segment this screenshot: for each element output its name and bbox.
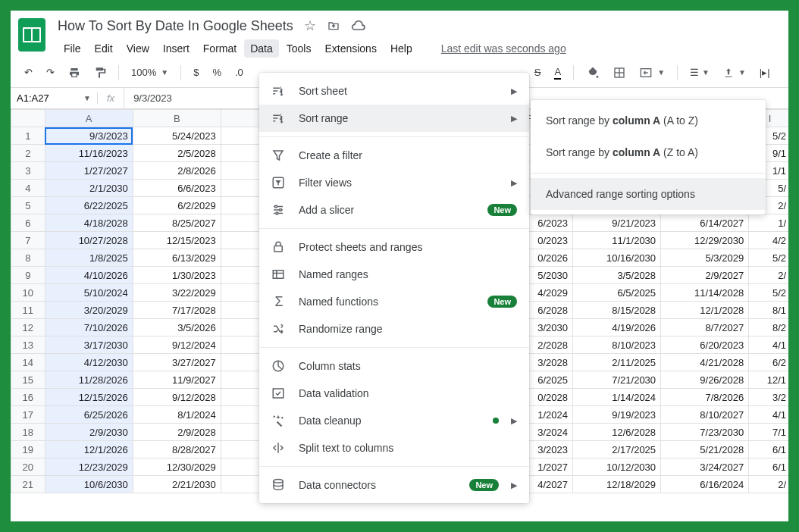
cell[interactable]: 4/1 bbox=[749, 406, 788, 424]
cell[interactable]: 7/10/2026 bbox=[45, 319, 133, 336]
cell[interactable]: 2/1/2030 bbox=[45, 180, 133, 197]
fill-color-button[interactable] bbox=[581, 63, 604, 83]
cell[interactable]: 9/21/2023 bbox=[573, 214, 661, 232]
menu-format[interactable]: Format bbox=[197, 39, 243, 58]
cell[interactable]: 3/2 bbox=[749, 389, 788, 406]
zoom-select[interactable]: 100% ▼ bbox=[127, 64, 173, 81]
cell[interactable]: 5/3/2029 bbox=[661, 249, 749, 267]
cell[interactable]: 12/15/2023 bbox=[133, 232, 221, 249]
cell[interactable]: 2/5/2028 bbox=[133, 145, 221, 162]
cell[interactable]: 12/1/2028 bbox=[661, 302, 749, 319]
merge-button[interactable]: ▼ bbox=[634, 64, 669, 82]
print-button[interactable] bbox=[64, 64, 85, 82]
wrap-button[interactable]: |▸| bbox=[755, 64, 775, 81]
cell[interactable]: 11/1/2030 bbox=[573, 232, 661, 249]
advanced-sort-options[interactable]: Advanced range sorting options bbox=[531, 178, 766, 210]
row-header[interactable]: 21 bbox=[11, 476, 45, 493]
cell[interactable]: 8/2 bbox=[749, 319, 788, 336]
row-header[interactable]: 15 bbox=[11, 371, 45, 389]
cell[interactable]: 8/10/2027 bbox=[661, 406, 749, 424]
cell[interactable]: 9/12/2028 bbox=[133, 389, 221, 406]
menu-item-filter-views[interactable]: Filter views▶ bbox=[259, 169, 529, 196]
cell[interactable]: 3/22/2029 bbox=[133, 284, 221, 302]
col-header-a[interactable]: A bbox=[45, 110, 133, 127]
menu-item-data-validation[interactable]: Data validation bbox=[259, 380, 529, 407]
align-button[interactable]: ☰ ▼ bbox=[685, 64, 714, 81]
paint-format-button[interactable] bbox=[89, 64, 111, 82]
cell[interactable]: 1/8/2025 bbox=[45, 249, 133, 267]
cell[interactable]: 8/1 bbox=[749, 302, 788, 319]
menu-help[interactable]: Help bbox=[384, 39, 418, 58]
cell[interactable]: 3/5/2026 bbox=[133, 319, 221, 336]
name-box[interactable]: A1:A27▼ bbox=[11, 92, 98, 104]
cell[interactable]: 2/9/2027 bbox=[661, 267, 749, 284]
row-header[interactable]: 8 bbox=[11, 249, 45, 267]
menu-item-named-functions[interactable]: ΣNamed functionsNew bbox=[259, 288, 529, 315]
cell[interactable]: 8/7/2027 bbox=[661, 319, 749, 336]
cell[interactable]: 5/24/2023 bbox=[133, 127, 221, 145]
cell[interactable]: 6/6/2023 bbox=[133, 180, 221, 197]
cell[interactable]: 9/3/2023 bbox=[45, 127, 133, 145]
cell[interactable]: 1/30/2023 bbox=[133, 267, 221, 284]
menu-extensions[interactable]: Extensions bbox=[318, 39, 382, 58]
cell[interactable]: 9/26/2028 bbox=[661, 371, 749, 389]
menu-view[interactable]: View bbox=[121, 39, 155, 58]
decrease-decimal-button[interactable]: .0 bbox=[230, 64, 248, 81]
row-header[interactable]: 18 bbox=[11, 424, 45, 441]
row-header[interactable]: 7 bbox=[11, 232, 45, 249]
cell[interactable]: 7/21/2030 bbox=[573, 371, 661, 389]
cell[interactable]: 8/25/2027 bbox=[133, 214, 221, 232]
cell[interactable]: 6/20/2023 bbox=[661, 336, 749, 354]
cell[interactable]: 8/28/2027 bbox=[133, 441, 221, 458]
undo-button[interactable]: ↶ bbox=[20, 64, 37, 81]
percent-button[interactable]: % bbox=[208, 64, 226, 81]
cell[interactable]: 6/25/2026 bbox=[45, 406, 133, 424]
cell[interactable]: 4/21/2028 bbox=[661, 354, 749, 371]
menu-item-sort-range[interactable]: Sort range▶ bbox=[259, 105, 529, 132]
cloud-icon[interactable] bbox=[351, 20, 366, 31]
cell[interactable]: 12/1 bbox=[749, 371, 788, 389]
cell[interactable]: 9/19/2023 bbox=[573, 406, 661, 424]
cell[interactable]: 4/19/2026 bbox=[573, 319, 661, 336]
cell[interactable]: 4/18/2028 bbox=[45, 214, 133, 232]
cell[interactable]: 6/13/2029 bbox=[133, 249, 221, 267]
menu-data[interactable]: Data bbox=[244, 39, 279, 58]
cell[interactable]: 10/16/2030 bbox=[573, 249, 661, 267]
cell[interactable]: 1/ bbox=[749, 214, 788, 232]
cell[interactable]: 11/9/2027 bbox=[133, 371, 221, 389]
cell[interactable]: 4/12/2030 bbox=[45, 354, 133, 371]
menu-edit[interactable]: Edit bbox=[89, 39, 119, 58]
sort-range-az[interactable]: Sort range by column A (A to Z) bbox=[531, 105, 766, 136]
cell[interactable]: 12/6/2028 bbox=[573, 424, 661, 441]
menu-item-create-a-filter[interactable]: Create a filter bbox=[259, 142, 529, 169]
menu-tools[interactable]: Tools bbox=[280, 39, 318, 58]
cell[interactable]: 9/12/2024 bbox=[133, 336, 221, 354]
cell[interactable]: 8/15/2028 bbox=[573, 302, 661, 319]
cell[interactable]: 5/2 bbox=[749, 284, 788, 302]
row-header[interactable]: 13 bbox=[11, 336, 45, 354]
row-header[interactable]: 12 bbox=[11, 319, 45, 336]
row-header[interactable]: 5 bbox=[11, 197, 45, 214]
borders-button[interactable] bbox=[609, 64, 630, 82]
row-header[interactable]: 10 bbox=[11, 284, 45, 302]
row-header[interactable]: 20 bbox=[11, 458, 45, 476]
cell[interactable]: 2/11/2025 bbox=[573, 354, 661, 371]
cell[interactable]: 6/22/2025 bbox=[45, 197, 133, 214]
move-icon[interactable] bbox=[327, 20, 340, 32]
cell[interactable]: 5/21/2028 bbox=[661, 441, 749, 458]
cell[interactable]: 7/8/2026 bbox=[661, 389, 749, 406]
row-header[interactable]: 4 bbox=[11, 180, 45, 197]
row-header[interactable]: 14 bbox=[11, 354, 45, 371]
cell[interactable]: 8/10/2023 bbox=[573, 336, 661, 354]
menu-item-randomize-range[interactable]: Randomize range bbox=[259, 315, 529, 343]
menu-item-column-stats[interactable]: Column stats bbox=[259, 352, 529, 380]
strikethrough-button[interactable]: S bbox=[530, 64, 546, 81]
row-header[interactable]: 9 bbox=[11, 267, 45, 284]
cell[interactable]: 2/ bbox=[749, 476, 788, 493]
cell[interactable]: 1/14/2024 bbox=[573, 389, 661, 406]
menu-item-split-text-to-columns[interactable]: Split text to columns bbox=[259, 434, 529, 462]
menu-insert[interactable]: Insert bbox=[157, 39, 196, 58]
cell[interactable]: 4/2 bbox=[749, 232, 788, 249]
cell[interactable]: 5/10/2024 bbox=[45, 284, 133, 302]
row-header[interactable]: 6 bbox=[11, 214, 45, 232]
